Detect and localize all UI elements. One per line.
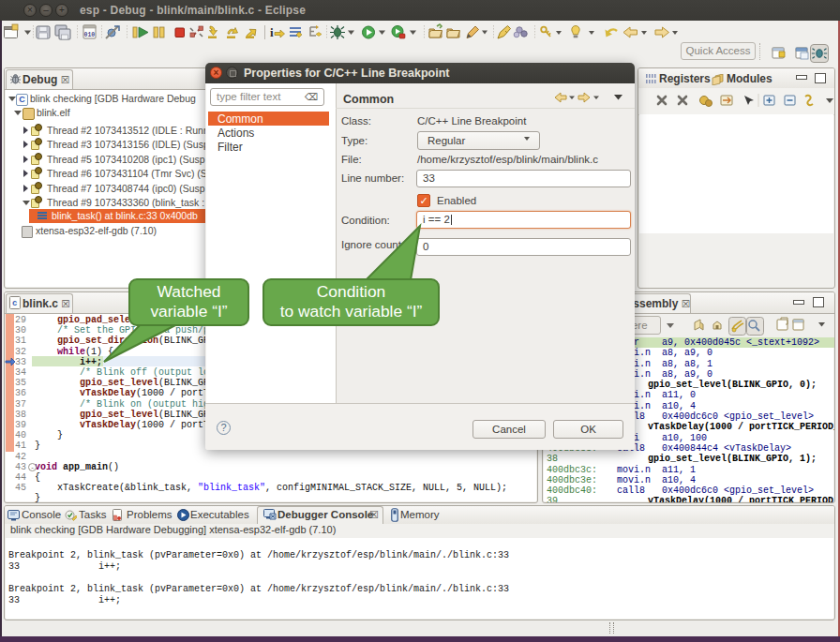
svg-text:010: 010	[84, 32, 96, 38]
svg-text:c: c	[12, 299, 17, 308]
svg-text:i: i	[270, 25, 274, 39]
